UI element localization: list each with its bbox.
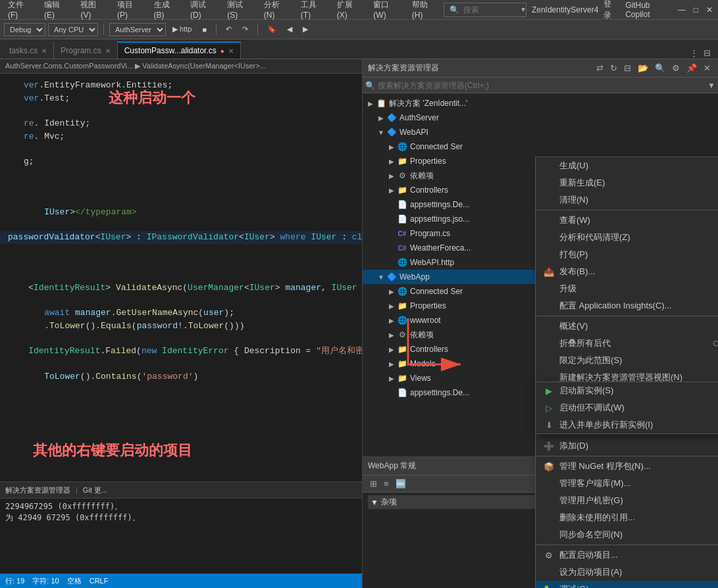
bookmark-button[interactable]: 🔖 — [263, 24, 280, 35]
debug-new-instance-label: 启动新实例(S) — [559, 385, 613, 397]
menu-add-label: 添加(D) — [559, 440, 588, 452]
login-button[interactable]: 登录 — [603, 0, 617, 21]
menu-collapse[interactable]: 折叠所有后代 Ctrl+左箭头 — [536, 335, 718, 352]
menu-secrets-label: 管理用户机密(G) — [559, 495, 623, 506]
tree-label-webapp-views: Views — [410, 374, 431, 383]
menu-scope[interactable]: 限定为此范围(S) — [536, 352, 718, 369]
filter-button[interactable]: 🔍 — [653, 62, 667, 74]
tab-options-btn[interactable]: ⋮ — [688, 47, 700, 59]
menu-analyze[interactable]: 分析和代码清理(Z) ▶ — [536, 229, 718, 246]
menu-secrets[interactable]: 管理用户机密(G) — [536, 492, 718, 509]
tab-validator-close[interactable]: ✕ — [228, 47, 234, 55]
annotation-text-2: 其他的右键要启动的项目 — [33, 439, 192, 461]
settings-icon[interactable]: ⚙ — [670, 62, 682, 74]
tree-item-authserver[interactable]: ▶ 🔷 AuthServer — [363, 110, 718, 125]
navigate-back[interactable]: ◀ — [283, 24, 296, 35]
menu-rebuild[interactable]: 重新生成(E) — [536, 174, 718, 191]
menu-view[interactable]: 查看(W) ▶ — [536, 212, 718, 229]
menu-setstartup[interactable]: 设为启动项目(A) — [536, 564, 718, 581]
menu-project[interactable]: 项目(P) — [115, 0, 143, 21]
pin-button[interactable]: 📌 — [684, 62, 699, 74]
prop-grid-btn[interactable]: ⊞ — [368, 478, 379, 489]
redo-button[interactable]: ↷ — [238, 24, 252, 35]
menu-view-label: 查看(W) — [559, 214, 590, 226]
debug-new-instance[interactable]: ▶ 启动新实例(S) — [536, 382, 718, 399]
menu-test[interactable]: 测试(S) — [224, 0, 253, 21]
prop-sort-btn[interactable]: 🔤 — [394, 478, 408, 489]
tree-item-webapi-connected[interactable]: ▶ 🌐 Connected Ser — [363, 139, 718, 154]
debug-no-debug-label: 启动但不调试(W) — [559, 402, 625, 414]
context-menu: 生成(U) 重新生成(E) 清理(N) 查看(W) ▶ 分析和代码清理(Z) ▶ — [535, 157, 718, 588]
menu-debug[interactable]: 🐛 调试(G) ▶ — [536, 581, 718, 588]
platform-select[interactable]: Any CPU — [48, 23, 98, 36]
menu-syncns[interactable]: 同步命名空间(N) — [536, 526, 718, 543]
split-editor-btn[interactable]: ⊟ — [702, 47, 713, 59]
menu-overview[interactable]: 概述(V) — [536, 318, 718, 335]
output-panel: 解决方案资源管理器 | Git 更... 2294967295 (0xfffff… — [0, 481, 362, 574]
debug-no-debug[interactable]: ▷ 启动但不调试(W) — [536, 399, 718, 416]
tree-item-webapi[interactable]: ▼ 🔷 WebAPI — [363, 125, 718, 139]
undo-button[interactable]: ↶ — [222, 24, 236, 35]
collapse-all-button[interactable]: ⊟ — [622, 62, 633, 74]
stop-button[interactable]: ■ — [198, 24, 211, 35]
tree-item-solution[interactable]: ▶ 📋 解决方案 'ZenIdentit...' — [363, 96, 718, 110]
menu-analyze[interactable]: 分析(N) — [261, 0, 290, 21]
project-select[interactable]: AuthServer — [109, 23, 166, 36]
tab-program[interactable]: Program.cs ✕ — [54, 41, 117, 59]
menu-unusedrefs[interactable]: 删除未使用的引用... — [536, 509, 718, 526]
search-dropdown-icon[interactable]: ▼ — [520, 6, 526, 13]
output-tab-solution[interactable]: 解决方案资源管理器 — [5, 485, 70, 495]
refresh-button[interactable]: ↻ — [608, 62, 619, 74]
tab-program-close[interactable]: ✕ — [105, 47, 111, 55]
code-line — [0, 257, 362, 269]
minimize-button[interactable]: — — [678, 5, 686, 14]
menu-upgrade[interactable]: 升级 — [536, 280, 718, 297]
tab-tasks-close[interactable]: ✕ — [41, 47, 47, 55]
menu-appinsights[interactable]: 配置 Application Insights(C)... — [536, 297, 718, 314]
menu-clean[interactable]: 清理(N) — [536, 191, 718, 208]
menu-file[interactable]: 文件(F) — [5, 0, 34, 21]
webapi-icon: 🔷 — [386, 127, 397, 137]
build-config-select[interactable]: Debug — [4, 23, 45, 36]
menu-help[interactable]: 帮助(H) — [409, 0, 438, 21]
menu-window[interactable]: 窗口(W) — [371, 0, 401, 21]
tree-label-webapp-controllers: Controllers — [410, 345, 448, 354]
menu-edit[interactable]: 编辑(E) — [41, 0, 70, 21]
code-line — [0, 332, 362, 345]
solution-search-input[interactable] — [378, 81, 707, 90]
tab-tasks-label: tasks.cs — [9, 46, 38, 55]
debug-step-into[interactable]: ⬇ 进入并单步执行新实例(I) — [536, 416, 718, 433]
menu-add[interactable]: ➕ 添加(D) ▶ — [536, 437, 718, 454]
tree-label-authserver: AuthServer — [399, 113, 439, 122]
menu-tools[interactable]: 工具(T) — [298, 0, 326, 21]
github-copilot-button[interactable]: GitHub Copilot — [625, 1, 670, 19]
navigate-fwd[interactable]: ▶ — [299, 24, 312, 35]
connected-icon-2: 🌐 — [397, 286, 407, 297]
main-layout: AuthServer.Coms.CustomPasswordVi... ▶ Va… — [0, 59, 718, 588]
maximize-button[interactable]: □ — [694, 5, 698, 14]
prop-list-btn[interactable]: ≡ — [382, 478, 391, 489]
menu-configstartup[interactable]: ⚙ 配置启动项目... — [536, 547, 718, 564]
menu-view[interactable]: 视图(V) — [78, 0, 107, 21]
show-all-button[interactable]: 📂 — [636, 62, 650, 74]
menu-build[interactable]: 生成(B) — [151, 0, 180, 21]
menu-debug[interactable]: 调试(D) — [188, 0, 217, 21]
menu-nuget[interactable]: 📦 管理 NuGet 程序包(N)... — [536, 458, 718, 475]
menu-build[interactable]: 生成(U) — [536, 157, 718, 174]
search-expand-icon[interactable]: ▼ — [707, 81, 715, 90]
solution-explorer-search[interactable]: 🔍 ▼ — [363, 78, 718, 93]
search-input[interactable] — [463, 5, 516, 14]
run-button[interactable]: ▶ http — [168, 24, 195, 35]
tab-tasks[interactable]: tasks.cs ✕ — [3, 41, 54, 59]
code-line: re. Mvc; — [0, 130, 362, 143]
search-box[interactable]: 🔍 ▼ — [444, 3, 526, 17]
tab-validator[interactable]: CustomPassw...alidator.cs ● ✕ — [118, 41, 241, 59]
menu-pack[interactable]: 打包(P) — [536, 246, 718, 263]
output-tab-git[interactable]: Git 更... — [83, 485, 107, 495]
menu-publish[interactable]: 📤 发布(B)... — [536, 263, 718, 280]
close-button[interactable]: ✕ — [706, 5, 713, 14]
menu-clientlib[interactable]: 管理客户端库(M)... — [536, 475, 718, 492]
menu-ext[interactable]: 扩展(X) — [334, 0, 363, 21]
sync-button[interactable]: ⇄ — [594, 62, 605, 74]
close-panel-button[interactable]: ✕ — [702, 62, 713, 74]
